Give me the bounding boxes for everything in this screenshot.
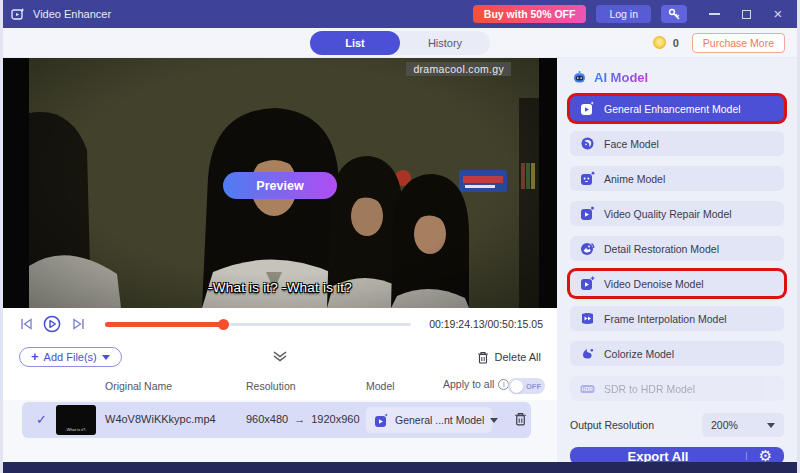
play-square-icon xyxy=(374,413,389,428)
tab-list[interactable]: List xyxy=(310,31,400,55)
chevron-down-icon xyxy=(102,355,110,360)
maximize-icon xyxy=(742,10,751,19)
add-files-button[interactable]: + Add File(s) xyxy=(19,347,122,367)
plus-icon: + xyxy=(31,352,39,362)
trash-icon xyxy=(477,351,489,364)
output-resolution-value: 200% xyxy=(711,419,738,431)
detail-photo-icon xyxy=(580,241,595,256)
video-watermark: dramacool.com.gy xyxy=(406,62,511,76)
fast-forward-icon xyxy=(580,311,595,326)
arrow-right-icon: → xyxy=(294,413,305,425)
seek-bar[interactable] xyxy=(105,318,411,330)
app-logo-icon xyxy=(11,7,26,22)
app-title: Video Enhancer xyxy=(33,8,111,20)
tab-history[interactable]: History xyxy=(400,31,490,55)
model-video-quality-repair[interactable]: Video Quality Repair Model xyxy=(570,201,784,226)
queue-table-header: Original Name Resolution Model Apply to … xyxy=(3,374,557,400)
app-window: Video Enhancer Buy with 50% OFF Log in ×… xyxy=(0,0,800,473)
paint-drop-icon xyxy=(580,346,595,361)
svg-text:HDR: HDR xyxy=(582,386,593,392)
minimize-button[interactable] xyxy=(705,5,723,23)
chevron-down-icon xyxy=(767,423,775,428)
model-sdr-to-hdr: HDR SDR to HDR Model xyxy=(570,376,784,401)
row-delete-button[interactable] xyxy=(514,412,527,430)
model-video-denoise[interactable]: Video Denoise Model xyxy=(570,271,784,296)
output-resolution-dropdown[interactable]: 200% xyxy=(702,413,784,437)
player-panel: dramacool.com.gy Preview -What is it? -W… xyxy=(3,58,557,462)
queue-list: ✓ -What is it?- W4oV8WiKKkypc.mp4 960x48… xyxy=(3,400,557,462)
view-tabs: List History xyxy=(310,31,490,55)
output-resolution-row: Output Resolution 200% xyxy=(570,413,784,437)
ai-model-header: AI Model xyxy=(572,70,784,85)
minimize-icon xyxy=(709,13,720,15)
model-general-enhancement[interactable]: General Enhancement Model xyxy=(570,96,784,121)
toggle-knob xyxy=(510,380,523,393)
column-resolution: Resolution xyxy=(246,380,296,392)
file-name: W4oV8WiKKkypc.mp4 xyxy=(105,413,216,425)
previous-frame-button[interactable] xyxy=(17,315,35,333)
window-bottom-border xyxy=(3,462,797,473)
purchase-more-button[interactable]: Purchase More xyxy=(692,33,785,53)
selected-check-icon[interactable]: ✓ xyxy=(36,412,47,427)
column-model: Model xyxy=(366,380,395,392)
playback-controls: 00:19:24.13/00:50:15.05 xyxy=(3,308,557,340)
ai-model-panel: AI Model General Enhancement Model Face … xyxy=(557,58,797,462)
apply-to-all-toggle[interactable]: OFF xyxy=(508,378,545,394)
video-preview: dramacool.com.gy Preview -What is it? -W… xyxy=(3,58,557,308)
key-icon xyxy=(668,8,681,21)
delete-all-button[interactable]: Delete All xyxy=(477,351,541,364)
buy-offer-button[interactable]: Buy with 50% OFF xyxy=(473,5,587,23)
coin-icon xyxy=(653,36,666,49)
progress-fill xyxy=(105,322,224,327)
chevron-down-icon xyxy=(490,418,498,423)
apply-to-all-label: Apply to all xyxy=(443,378,494,390)
tab-bar: List History 0 Purchase More xyxy=(3,28,797,58)
model-face[interactable]: Face Model xyxy=(570,131,784,156)
next-frame-button[interactable] xyxy=(69,315,87,333)
previous-frame-icon xyxy=(20,318,33,330)
credits-count: 0 xyxy=(673,37,679,49)
play-button[interactable] xyxy=(43,315,61,333)
play-plus-icon xyxy=(580,276,595,291)
anime-smile-icon xyxy=(580,171,595,186)
play-sparkle-icon xyxy=(580,101,595,116)
resolution-cell: 960x480 → 1920x960 xyxy=(246,413,360,425)
toggle-state: OFF xyxy=(526,382,541,391)
face-icon xyxy=(580,136,595,151)
table-row[interactable]: ✓ -What is it?- W4oV8WiKKkypc.mp4 960x48… xyxy=(22,402,531,438)
double-chevron-down-icon xyxy=(271,351,289,362)
video-thumbnail: -What is it?- xyxy=(56,405,96,435)
login-button[interactable]: Log in xyxy=(596,5,651,23)
model-frame-interpolation[interactable]: Frame Interpolation Model xyxy=(570,306,784,331)
video-subtitle: -What is it? -What is it? xyxy=(3,280,557,295)
time-display: 00:19:24.13/00:50:15.05 xyxy=(429,318,543,330)
ai-model-title: AI Model xyxy=(594,70,648,85)
row-model-dropdown[interactable]: General ...nt Model xyxy=(366,407,492,433)
play-repair-icon xyxy=(580,206,595,221)
seek-handle[interactable] xyxy=(218,319,229,330)
close-icon: × xyxy=(774,9,783,19)
model-anime[interactable]: Anime Model xyxy=(570,166,784,191)
close-button[interactable]: × xyxy=(769,5,787,23)
trash-icon xyxy=(514,412,527,426)
robot-icon xyxy=(572,70,587,85)
collapse-panel-button[interactable] xyxy=(271,348,289,366)
model-colorize[interactable]: Colorize Model xyxy=(570,341,784,366)
next-frame-icon xyxy=(72,318,85,330)
maximize-button[interactable] xyxy=(737,5,755,23)
file-toolbar: + Add File(s) Delete All xyxy=(3,340,557,374)
title-bar: Video Enhancer Buy with 50% OFF Log in × xyxy=(3,0,797,28)
preview-button[interactable]: Preview xyxy=(223,172,337,199)
play-icon xyxy=(43,315,61,333)
hdr-badge-icon: HDR xyxy=(580,381,595,396)
register-key-button[interactable] xyxy=(661,5,687,23)
model-detail-restoration[interactable]: Detail Restoration Model xyxy=(570,236,784,261)
output-resolution-label: Output Resolution xyxy=(570,419,654,431)
row-model-value: General ...nt Model xyxy=(395,414,484,426)
column-original-name: Original Name xyxy=(105,380,172,392)
